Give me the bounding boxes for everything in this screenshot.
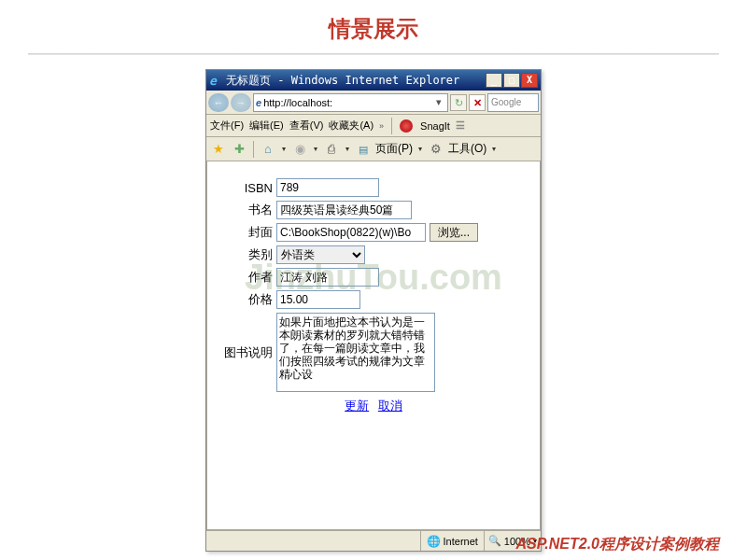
globe-icon: 🌐 — [427, 535, 441, 548]
address-text: http://localhost: — [263, 97, 432, 108]
address-dropdown-icon[interactable]: ▾ — [432, 96, 445, 108]
cover-label: 封面 — [218, 224, 273, 241]
address-bar[interactable]: e http://localhost: ▾ — [253, 93, 448, 112]
menu-snagit[interactable]: SnagIt — [420, 120, 450, 132]
browse-button[interactable]: 浏览... — [430, 223, 478, 242]
dropdown-icon[interactable]: ▾ — [312, 145, 319, 153]
dropdown-icon[interactable]: ▾ — [490, 145, 498, 153]
page-content: ISBN 书名 封面 浏览... 类别 外语类 作者 价格 图书说明 — [206, 161, 541, 530]
isbn-label: ISBN — [218, 181, 273, 195]
add-favorite-icon[interactable]: ✚ — [231, 141, 247, 158]
action-links: 更新 取消 — [218, 398, 529, 414]
page-title: 情景展示 — [0, 0, 747, 53]
category-select[interactable]: 外语类 — [276, 245, 365, 264]
menu-favorites[interactable]: 收藏夹(A) — [329, 119, 374, 133]
cover-input[interactable] — [276, 223, 426, 242]
update-link[interactable]: 更新 — [345, 399, 369, 413]
favorites-star-icon[interactable]: ★ — [210, 141, 227, 158]
snagit-icon — [400, 119, 413, 133]
toolbar: ★ ✚ ⌂ ▾ ◉ ▾ ⎙ ▾ ▤ 页面(P) ▾ ⚙ 工具(O) ▾ — [206, 137, 541, 161]
price-input[interactable] — [276, 290, 360, 309]
home-icon[interactable]: ⌂ — [260, 141, 276, 158]
ie-icon: e — [209, 74, 222, 87]
dropdown-icon[interactable]: ▾ — [280, 145, 288, 153]
category-label: 类别 — [218, 246, 273, 263]
back-button[interactable]: ← — [208, 93, 229, 112]
zone-text: Internet — [444, 536, 478, 547]
footer-text: ASP.NET2.0程序设计案例教程 — [515, 535, 719, 554]
status-bar: 🌐 Internet 🔍 100% ▾ — [206, 530, 541, 551]
title-bar-text: 无标题页 - Windows Internet Explorer — [226, 73, 486, 89]
menu-bar: 文件(F) 编辑(E) 查看(V) 收藏夹(A) » SnagIt ☰ — [206, 115, 541, 137]
menu-edit[interactable]: 编辑(E) — [249, 119, 284, 133]
title-label: 书名 — [218, 202, 273, 218]
desc-textarea[interactable]: 如果片面地把这本书认为是一本朗读素材的罗列就大错特错了，在每一篇朗读文章中，我们… — [276, 313, 435, 392]
close-button[interactable]: X — [521, 73, 538, 88]
maximize-button[interactable]: □ — [503, 73, 520, 88]
author-input[interactable] — [276, 268, 379, 287]
zoom-icon: 🔍 — [488, 535, 501, 547]
menu-file[interactable]: 文件(F) — [210, 119, 244, 133]
search-box[interactable]: Google — [487, 93, 539, 112]
minimize-button[interactable]: _ — [486, 73, 502, 88]
title-input[interactable] — [276, 201, 412, 219]
title-bar: e 无标题页 - Windows Internet Explorer _ □ X — [206, 70, 541, 91]
page-menu[interactable]: 页面(P) — [375, 141, 413, 157]
print-icon[interactable]: ⎙ — [323, 141, 340, 158]
author-label: 作者 — [218, 269, 273, 286]
forward-button[interactable]: → — [231, 93, 251, 112]
desc-label: 图书说明 — [218, 344, 273, 361]
tools-icon[interactable]: ⚙ — [428, 141, 444, 158]
dropdown-icon[interactable]: ▾ — [344, 145, 351, 153]
status-zone: 🌐 Internet — [420, 531, 484, 551]
divider — [28, 53, 719, 55]
dropdown-icon[interactable]: ▾ — [416, 145, 424, 153]
ie-favicon-icon: e — [256, 97, 261, 108]
price-label: 价格 — [218, 291, 273, 308]
tools-menu[interactable]: 工具(O) — [448, 141, 486, 157]
refresh-button[interactable]: ↻ — [450, 94, 467, 111]
feeds-icon[interactable]: ◉ — [291, 141, 308, 158]
menu-view[interactable]: 查看(V) — [289, 119, 324, 133]
page-icon[interactable]: ▤ — [355, 141, 372, 158]
stop-button[interactable]: ✕ — [469, 94, 486, 111]
separator — [391, 118, 392, 134]
browser-window: e 无标题页 - Windows Internet Explorer _ □ X… — [205, 69, 542, 552]
cancel-link[interactable]: 取消 — [378, 399, 402, 413]
nav-bar: ← → e http://localhost: ▾ ↻ ✕ Google — [206, 91, 541, 115]
isbn-input[interactable] — [276, 178, 379, 197]
